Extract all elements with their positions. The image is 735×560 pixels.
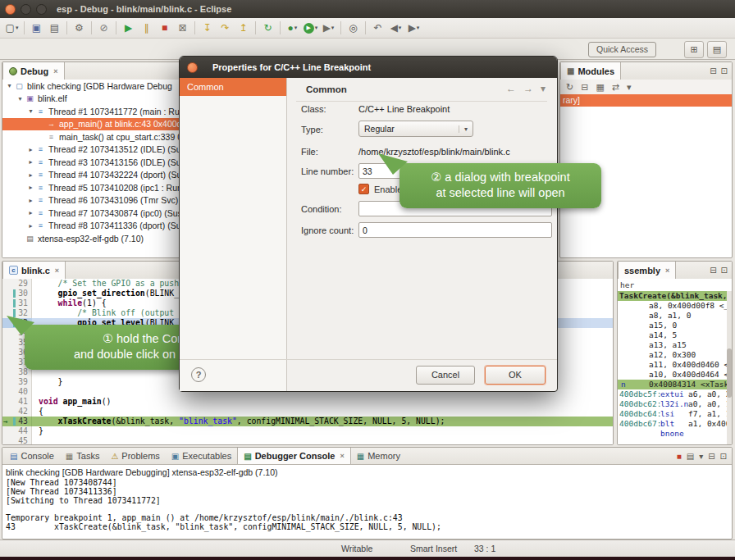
tab-disassembly[interactable]: ssembly × — [618, 262, 676, 279]
refresh-icon[interactable]: ↻ — [566, 82, 573, 93]
line-number[interactable]: 39 — [2, 377, 32, 387]
type-select[interactable]: Regular ▾ — [358, 121, 473, 137]
cancel-button[interactable]: Cancel — [416, 366, 475, 385]
back-icon[interactable]: ◀▾ — [387, 20, 404, 36]
minimize-icon[interactable]: ⊟ — [708, 452, 714, 461]
view-menu-icon[interactable]: ▾ — [627, 82, 632, 93]
line-number[interactable]: 30 — [2, 289, 32, 298]
expander-icon[interactable]: ▸ — [26, 197, 35, 204]
expander-icon[interactable]: ▸ — [26, 222, 35, 230]
line-number[interactable]: 42 — [2, 407, 32, 417]
terminate-icon[interactable]: ■ — [156, 20, 173, 36]
layout-icon[interactable]: ▦ — [596, 82, 604, 93]
line-number[interactable]: 29 — [2, 279, 32, 289]
disassembly-row: a15, 0 — [618, 321, 727, 330]
line-number[interactable]: →43 — [2, 417, 32, 426]
console-tab-tasks[interactable]: ▦Tasks — [60, 448, 106, 464]
console-tab-executables[interactable]: ▣Executables — [166, 448, 237, 464]
print-icon[interactable]: ▤ — [46, 20, 63, 36]
suspend-icon[interactable]: ∥ — [138, 20, 155, 36]
close-tab-icon[interactable]: × — [55, 266, 59, 275]
maximize-button[interactable]: ⊡ — [721, 266, 728, 275]
scrollbar[interactable] — [727, 291, 732, 444]
code-line[interactable]: 45 — [2, 436, 613, 444]
minimize-button[interactable]: ⊟ — [710, 266, 716, 275]
open-perspective-icon[interactable]: ⊞ — [684, 41, 704, 58]
last-edit-location-icon[interactable]: ↶ — [369, 20, 386, 36]
terminate-icon[interactable]: ■ — [677, 452, 682, 461]
line-number[interactable]: 45 — [2, 436, 32, 444]
expander-icon[interactable]: ▸ — [26, 146, 35, 153]
minimize-button[interactable]: ⊟ — [710, 66, 716, 75]
code-line[interactable]: →43 xTaskCreate(&blink_task, "blink_task… — [2, 417, 613, 426]
view-menu-icon[interactable]: ▾ — [541, 83, 546, 94]
expander-icon[interactable]: ▸ — [26, 209, 35, 216]
step-into-icon[interactable]: ↧ — [199, 20, 216, 36]
build-icon[interactable]: ⚙ — [71, 20, 88, 36]
disconnect-icon[interactable]: ⊠ — [174, 20, 191, 36]
ignore-count-field[interactable] — [358, 222, 552, 238]
code-line[interactable]: 41void app_main() — [2, 397, 613, 407]
forward-icon[interactable]: ▶▾ — [405, 20, 422, 36]
expander-icon[interactable]: ▾ — [26, 107, 35, 115]
disassembly-row: a12, 0x300 — [618, 350, 727, 360]
enabled-checkbox[interactable]: ✓ — [358, 184, 369, 194]
open-console-icon[interactable]: ▾ — [699, 452, 703, 461]
window-maximize-button[interactable] — [36, 4, 47, 15]
tab-debug[interactable]: Debug × — [2, 62, 65, 80]
line-number[interactable]: 41 — [2, 397, 32, 407]
line-number[interactable]: 44 — [2, 426, 32, 436]
line-number[interactable]: 40 — [2, 387, 32, 397]
open-element-icon[interactable]: ◎ — [345, 20, 362, 36]
console-tab-memory[interactable]: ▦Memory — [351, 448, 406, 464]
expander-icon[interactable]: ▾ — [5, 82, 14, 89]
quick-access-button[interactable]: Quick Access — [588, 42, 656, 57]
dialog-footer: ? Cancel OK — [180, 359, 557, 391]
selected-module-row[interactable]: rary] — [560, 94, 732, 107]
expander-icon[interactable]: ▸ — [26, 158, 35, 166]
line-number[interactable]: 31 — [2, 298, 32, 308]
new-wizard-icon[interactable]: ▢▾ — [3, 20, 21, 36]
forward-icon[interactable]: → — [523, 83, 533, 94]
resume-icon[interactable]: ▶ — [120, 20, 137, 36]
code-line[interactable]: 44} — [2, 426, 613, 436]
run-icon[interactable]: ▶▾ — [302, 20, 319, 36]
restart-icon[interactable]: ↻ — [259, 20, 276, 36]
console-tab-console[interactable]: ▤Console — [4, 448, 60, 464]
back-icon[interactable]: ← — [506, 83, 516, 94]
sidebar-item-common[interactable]: Common — [180, 78, 286, 96]
debug-icon[interactable]: ●▾ — [284, 20, 301, 36]
tab-blink-c[interactable]: c blink.c × — [2, 262, 66, 279]
collapse-all-icon[interactable]: ⊟ — [581, 82, 588, 93]
help-button[interactable]: ? — [191, 367, 206, 382]
window-close-button[interactable] — [5, 4, 16, 15]
dialog-close-button[interactable] — [187, 62, 198, 73]
close-tab-icon[interactable]: × — [665, 266, 669, 275]
close-tab-icon[interactable]: × — [53, 67, 57, 75]
code-line[interactable]: 42{ — [2, 407, 613, 417]
disassembly-location-input[interactable]: her — [618, 279, 732, 292]
tab-modules[interactable]: ▦ Modules — [560, 62, 621, 80]
step-over-icon[interactable]: ↷ — [217, 20, 234, 36]
console-output[interactable]: [New Thread 1073408744][New Thread 10734… — [2, 479, 732, 532]
expander-icon[interactable]: ▸ — [26, 171, 35, 179]
save-icon[interactable]: ▣ — [28, 20, 45, 36]
link-with-debug-icon[interactable]: ⇄ — [612, 82, 619, 93]
expander-icon[interactable]: ▾ — [16, 95, 25, 102]
console-display-icon[interactable]: ▤ — [687, 452, 694, 461]
disassembly-rows[interactable]: TaskCreate(&blink_task, "blink_tasa8, 0x… — [618, 291, 727, 444]
debug-perspective-icon[interactable]: ▤ — [707, 41, 727, 58]
ok-button[interactable]: OK — [485, 366, 546, 385]
console-tab-debugger-console[interactable]: ▤Debugger Console× — [237, 448, 351, 464]
disassembly-row: 400dbc5f:extuia6, a0, 23, 13 — [618, 389, 727, 399]
close-tab-icon[interactable]: × — [340, 452, 344, 460]
maximize-icon[interactable]: ⊡ — [720, 452, 727, 461]
console-tab-problems[interactable]: ⚠Problems — [105, 448, 165, 464]
expander-icon[interactable]: ▸ — [26, 184, 35, 191]
external-tools-icon[interactable]: ▶▾ — [320, 20, 337, 36]
maximize-button[interactable]: ⊡ — [721, 66, 728, 75]
window-minimize-button[interactable] — [21, 4, 31, 15]
step-return-icon[interactable]: ↥ — [235, 20, 252, 36]
skip-all-breakpoints-icon[interactable]: ⊘ — [95, 20, 112, 36]
thread-icon: ≡ — [35, 107, 46, 116]
